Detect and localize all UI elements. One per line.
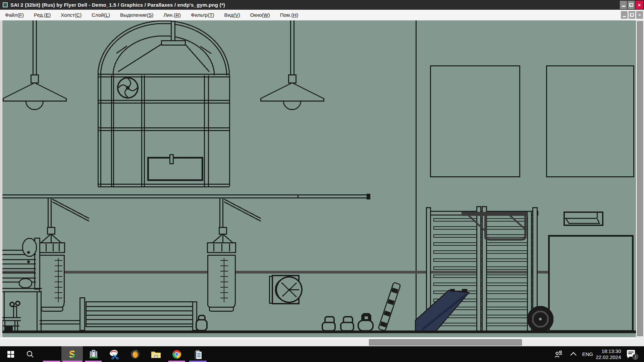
restore-icon: [630, 13, 634, 16]
taskbar: S: [0, 346, 644, 362]
chevron-up-icon: [570, 352, 576, 358]
menu-canvas[interactable]: Холст(C): [56, 12, 87, 18]
minimize-icon: [623, 16, 626, 17]
title-bar: SAI 2 (32bit) (Rus) by Flyer Dell - Demo…: [0, 0, 644, 10]
start-button[interactable]: [3, 346, 19, 362]
notification-icon: 3: [626, 349, 639, 360]
window-title: SAI 2 (32bit) (Rus) by Flyer Dell - Demo…: [10, 2, 225, 8]
running-app-indicator: [43, 361, 60, 362]
menu-file[interactable]: Файл(F): [0, 12, 29, 18]
whiteboard-scissors-icon: [109, 349, 120, 359]
taskbar-sai-button[interactable]: S: [61, 346, 83, 362]
folder-icon: [151, 350, 161, 359]
sai-icon: S: [67, 349, 77, 360]
canvas-background: [0, 20, 636, 337]
weight-plate: [528, 306, 553, 332]
svg-text:S: S: [69, 349, 75, 360]
start-icon: [7, 351, 14, 358]
canvas[interactable]: [0, 20, 636, 337]
menu-selection[interactable]: Выделение(S): [115, 12, 159, 18]
scrollbar-corner: [636, 338, 644, 346]
doc-minimize-button[interactable]: [621, 11, 628, 19]
clock-tray[interactable]: 18:13:30 22.02.2024: [594, 346, 623, 362]
right-cabinet: [549, 236, 633, 331]
taskbar-castle-button[interactable]: [84, 346, 103, 362]
search-button[interactable]: [22, 346, 38, 362]
taskbar-notes-button[interactable]: [188, 346, 207, 362]
tray-overflow-button[interactable]: [568, 346, 578, 362]
kettlebells: [322, 314, 373, 331]
menu-window[interactable]: Окно(W): [245, 12, 275, 18]
horizontal-scrollbar-thumb[interactable]: [369, 339, 522, 346]
language-indicator[interactable]: ENG: [580, 346, 595, 362]
wall-clock: [269, 276, 302, 304]
notification-badge: 3: [634, 355, 637, 359]
vertical-scrollbar[interactable]: [637, 20, 643, 337]
people-tray-button[interactable]: [553, 346, 565, 362]
restore-icon: [630, 3, 633, 6]
horizontal-scrollbar[interactable]: [0, 338, 636, 346]
fl-studio-icon: [130, 349, 140, 359]
castle-running-indicator: [85, 361, 102, 362]
sai-running-indicator: [63, 361, 82, 362]
chrome-icon: [172, 350, 181, 359]
vertical-scrollbar-thumb[interactable]: [637, 21, 643, 336]
people-icon: [554, 350, 563, 358]
menu-help[interactable]: Пом.(H): [275, 12, 303, 18]
taskbar-scissors-button[interactable]: [105, 346, 124, 362]
sai-window-icon: [3, 2, 8, 7]
notes-icon: [193, 349, 203, 360]
search-icon: [26, 350, 34, 358]
wall-rail: [0, 271, 550, 274]
minimize-icon: [622, 6, 625, 7]
bench: [80, 298, 207, 330]
taskbar-fl-button[interactable]: [125, 346, 145, 362]
castle-app-icon: [89, 349, 98, 359]
menu-view[interactable]: Вид(V): [219, 12, 245, 18]
menu-layer[interactable]: Слой(L): [87, 12, 115, 18]
chrome-running-indicator: [168, 361, 185, 362]
menu-edit[interactable]: Ред.(E): [29, 12, 56, 18]
minimize-button[interactable]: [620, 1, 627, 9]
window-fan: [118, 78, 138, 98]
menu-bar: Файл(F) Ред.(E) Холст(C) Слой(L) Выделен…: [0, 10, 644, 20]
canvas-left-frame: [0, 20, 2, 337]
doc-close-button[interactable]: ×: [636, 11, 643, 19]
workspace: [0, 20, 644, 346]
restore-button[interactable]: [628, 1, 635, 9]
tray-time: 18:13:30: [596, 348, 621, 354]
floor-line: [0, 330, 636, 333]
taskbar-chrome-button[interactable]: [167, 346, 186, 362]
gym-drawing: [0, 20, 636, 337]
menu-ruler[interactable]: Лин.(R): [158, 12, 186, 18]
menu-filter[interactable]: Фильтр(T): [186, 12, 219, 18]
notes-running-indicator: [189, 361, 207, 362]
tray-date: 22.02.2024: [596, 354, 621, 360]
doc-restore-button[interactable]: [629, 11, 635, 19]
notification-center-button[interactable]: 3: [625, 346, 640, 362]
taskbar-folder-button[interactable]: [146, 346, 166, 362]
close-button[interactable]: ×: [635, 1, 643, 9]
